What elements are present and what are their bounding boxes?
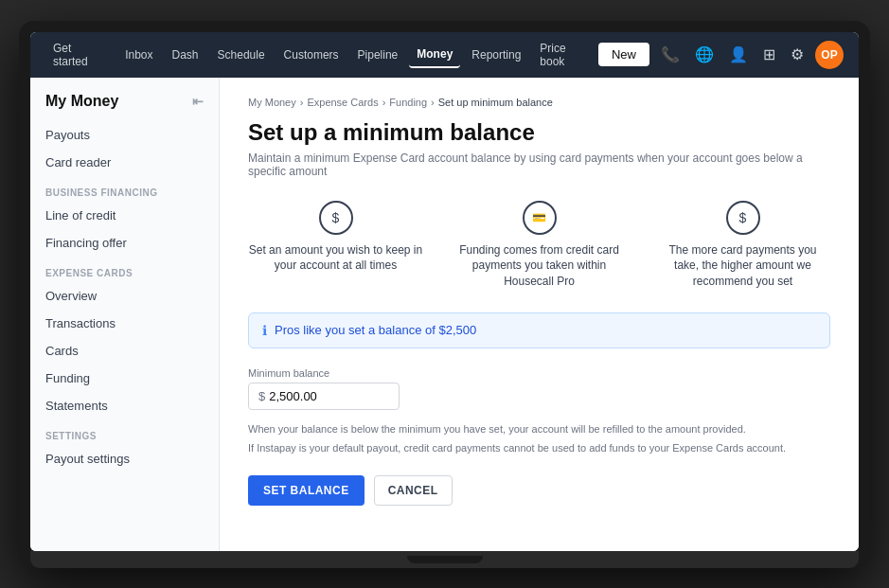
main-content: My Money › Expense Cards › Funding › Set…: [220, 78, 859, 551]
nav-dash[interactable]: Dash: [165, 43, 206, 67]
info-card-text-3: The more card payments you take, the hig…: [655, 242, 830, 290]
dollar-icon-2: $: [726, 201, 760, 235]
sidebar-item-payouts[interactable]: Payouts: [30, 121, 219, 149]
nav-customers[interactable]: Customers: [276, 43, 347, 67]
breadcrumb-expense-cards[interactable]: Expense Cards: [307, 97, 378, 108]
cancel-button[interactable]: CANCEL: [374, 475, 453, 506]
sidebar-section-settings: SETTINGS: [30, 419, 219, 445]
sidebar-title: My Money ⇤: [30, 93, 219, 121]
dollar-prefix: $: [258, 389, 265, 403]
page-subtitle: Maintain a minimum Expense Card account …: [248, 151, 830, 178]
info-card-text-2: Funding comes from credit card payments …: [452, 242, 627, 290]
sidebar-section-expense: EXPENSE CARDS: [30, 257, 219, 282]
card-icon: 💳: [523, 201, 557, 235]
nav-get-started[interactable]: Get started: [45, 36, 114, 74]
avatar[interactable]: OP: [815, 41, 844, 69]
phone-icon[interactable]: 📞: [657, 42, 684, 67]
minimum-balance-input-group[interactable]: $: [248, 383, 400, 410]
top-nav: Get started Inbox Dash Schedule Customer…: [30, 32, 859, 78]
sidebar-item-transactions[interactable]: Transactions: [30, 310, 219, 337]
minimum-balance-label: Minimum balance: [248, 367, 830, 379]
dollar-icon-1: $: [319, 201, 353, 235]
info-banner: ℹ Pros like you set a balance of $2,500: [248, 312, 830, 348]
sidebar-item-overview[interactable]: Overview: [30, 282, 219, 310]
main-layout: My Money ⇤ Payouts Card reader BUSINESS …: [30, 78, 859, 551]
info-card-2: 💳 Funding comes from credit card payment…: [452, 201, 627, 290]
info-card-text-1: Set an amount you wish to keep in your a…: [248, 242, 423, 275]
nav-links: Get started Inbox Dash Schedule Customer…: [45, 36, 598, 74]
nav-reporting[interactable]: Reporting: [464, 43, 528, 67]
globe-icon[interactable]: 🌐: [691, 42, 718, 67]
balance-form: Minimum balance $ When your balance is b…: [248, 367, 830, 456]
nav-money[interactable]: Money: [409, 42, 460, 68]
info-icon: ℹ: [262, 323, 267, 338]
info-card-1: $ Set an amount you wish to keep in your…: [248, 201, 423, 290]
sidebar-section-business: BUSINESS FINANCING: [30, 176, 219, 202]
info-card-3: $ The more card payments you take, the h…: [655, 201, 830, 290]
page-title: Set up a minimum balance: [248, 119, 830, 146]
nav-schedule[interactable]: Schedule: [210, 43, 273, 67]
sidebar-collapse-icon[interactable]: ⇤: [192, 94, 204, 109]
sidebar-item-funding[interactable]: Funding: [30, 365, 219, 392]
settings-icon[interactable]: ⚙: [787, 42, 808, 67]
grid-icon[interactable]: ⊞: [759, 42, 779, 67]
nav-pipeline[interactable]: Pipeline: [350, 43, 406, 67]
sidebar-item-financing-offer[interactable]: Financing offer: [30, 229, 219, 257]
sidebar-item-cards[interactable]: Cards: [30, 337, 219, 365]
helper-text-2: If Instapay is your default payout, cred…: [248, 440, 830, 456]
nav-price-book[interactable]: Price book: [532, 36, 598, 74]
sidebar-item-card-reader[interactable]: Card reader: [30, 149, 219, 176]
breadcrumb-funding[interactable]: Funding: [389, 97, 427, 108]
nav-inbox[interactable]: Inbox: [117, 43, 160, 67]
sidebar-item-statements[interactable]: Statements: [30, 392, 219, 419]
sidebar-item-payout-settings[interactable]: Payout settings: [30, 445, 219, 472]
set-balance-button[interactable]: SET BALANCE: [248, 475, 364, 506]
sidebar: My Money ⇤ Payouts Card reader BUSINESS …: [30, 78, 220, 551]
breadcrumb-current: Set up minimum balance: [438, 97, 553, 108]
breadcrumb: My Money › Expense Cards › Funding › Set…: [248, 97, 830, 108]
btn-row: SET BALANCE CANCEL: [248, 475, 830, 506]
new-button[interactable]: New: [598, 43, 649, 66]
info-cards: $ Set an amount you wish to keep in your…: [248, 201, 830, 290]
minimum-balance-input[interactable]: [269, 389, 389, 403]
nav-right: New 📞 🌐 👤 ⊞ ⚙ OP: [598, 41, 844, 69]
user-icon[interactable]: 👤: [725, 42, 752, 67]
sidebar-item-line-of-credit[interactable]: Line of credit: [30, 202, 219, 229]
helper-text-1: When your balance is below the minimum y…: [248, 421, 830, 437]
breadcrumb-my-money[interactable]: My Money: [248, 97, 296, 108]
info-banner-text: Pros like you set a balance of $2,500: [275, 323, 476, 337]
